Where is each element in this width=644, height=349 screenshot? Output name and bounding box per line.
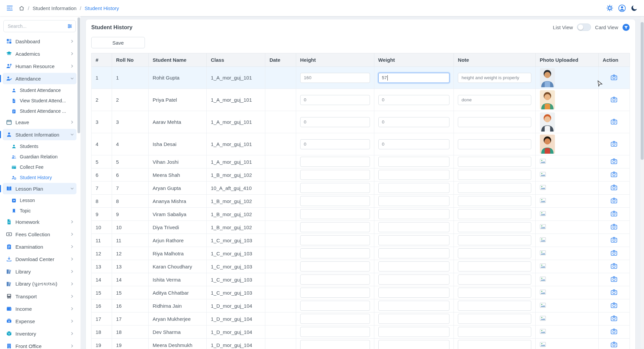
upload-photo-button[interactable] [610, 276, 618, 283]
sidebar-subitem-guardian-relation[interactable]: Guardian Relation [3, 152, 76, 162]
sidebar-toggle-button[interactable] [6, 4, 13, 12]
height-input[interactable] [300, 314, 370, 324]
sidebar-subitem-students[interactable]: Students [3, 141, 76, 151]
weight-input[interactable] [378, 288, 450, 298]
upload-photo-button[interactable] [610, 118, 618, 125]
page-scrollbar-thumb[interactable] [641, 22, 644, 160]
sidebar-item-download-center[interactable]: Download Center [3, 253, 76, 265]
note-input[interactable] [458, 222, 531, 232]
save-button[interactable]: Save [91, 37, 145, 48]
upload-photo-button[interactable] [610, 302, 618, 309]
upload-photo-button[interactable] [610, 171, 618, 178]
breadcrumb-home-link[interactable] [19, 5, 24, 11]
sidebar-item-academics[interactable]: Academics [3, 48, 76, 59]
weight-input[interactable] [378, 235, 450, 245]
height-input[interactable] [300, 196, 370, 206]
upload-photo-button[interactable] [610, 96, 618, 103]
weight-input[interactable] [378, 301, 450, 311]
note-input[interactable] [458, 275, 531, 285]
page-scrollbar[interactable] [641, 17, 644, 348]
upload-photo-button[interactable] [610, 328, 618, 335]
sidebar-scrollbar[interactable] [77, 17, 80, 348]
upload-photo-button[interactable] [610, 249, 618, 256]
note-input[interactable] [458, 73, 531, 83]
height-input[interactable] [300, 222, 370, 232]
weight-input[interactable] [378, 209, 450, 219]
weight-input[interactable] [378, 196, 450, 206]
upload-photo-button[interactable] [610, 197, 618, 204]
upload-photo-button[interactable] [610, 262, 618, 269]
sidebar-subitem-student-history[interactable]: Student History [3, 172, 76, 183]
height-input[interactable] [300, 275, 370, 285]
note-input[interactable] [458, 288, 531, 298]
sidebar-item-homework[interactable]: Homework [3, 216, 76, 228]
sidebar-subitem-collect-fee[interactable]: Collect Fee [3, 162, 76, 172]
height-input[interactable] [300, 301, 370, 311]
breadcrumb-current-page[interactable]: Student History [85, 5, 119, 11]
upload-photo-button[interactable] [610, 236, 618, 243]
sidebar-subitem-student-attendance[interactable]: Student Attendance [3, 85, 76, 95]
weight-input[interactable] [378, 222, 450, 232]
weight-input[interactable] [378, 117, 450, 127]
note-input[interactable] [458, 157, 531, 167]
height-input[interactable] [300, 209, 370, 219]
search-filter-icon[interactable] [67, 23, 73, 31]
height-input[interactable] [300, 139, 370, 149]
weight-input[interactable] [378, 314, 450, 324]
weight-input[interactable] [378, 327, 450, 337]
weight-input[interactable] [378, 157, 450, 167]
search-input[interactable] [3, 20, 76, 32]
sidebar-item-leave[interactable]: Leave [3, 116, 76, 128]
note-input[interactable] [458, 314, 531, 324]
sidebar-item-student-information[interactable]: Student Information [3, 129, 76, 140]
upload-photo-button[interactable] [610, 289, 618, 296]
dark-mode-toggle[interactable] [631, 4, 638, 12]
note-input[interactable] [458, 340, 531, 349]
note-input[interactable] [458, 235, 531, 245]
note-input[interactable] [458, 170, 531, 180]
height-input[interactable] [300, 183, 370, 193]
upload-photo-button[interactable] [610, 184, 618, 191]
upload-photo-button[interactable] [610, 158, 618, 165]
note-input[interactable] [458, 196, 531, 206]
height-input[interactable] [300, 117, 370, 127]
sidebar-item-examination[interactable]: Examination [3, 241, 76, 252]
note-input[interactable] [458, 183, 531, 193]
height-input[interactable] [300, 235, 370, 245]
height-input[interactable] [300, 95, 370, 105]
note-input[interactable] [458, 117, 531, 127]
weight-input[interactable] [378, 170, 450, 180]
height-input[interactable] [300, 73, 370, 83]
weight-input[interactable] [378, 275, 450, 285]
upload-photo-button[interactable] [610, 341, 618, 348]
weight-input[interactable] [378, 95, 450, 105]
note-input[interactable] [458, 301, 531, 311]
sidebar-subitem-view-student-attend[interactable]: View Student Attend... [3, 96, 76, 106]
view-toggle-switch[interactable] [577, 23, 591, 31]
filter-button[interactable] [622, 23, 630, 31]
weight-input[interactable] [378, 340, 450, 349]
sidebar-item-human-resource[interactable]: Human Resource [3, 60, 76, 72]
weight-input[interactable] [378, 183, 450, 193]
note-input[interactable] [458, 248, 531, 258]
sidebar-item-transport[interactable]: Transport [3, 291, 76, 302]
note-input[interactable] [458, 139, 531, 149]
height-input[interactable] [300, 340, 370, 349]
sidebar-item-front-office[interactable]: Front Office [3, 340, 76, 349]
sidebar-subitem-student-attendance[interactable]: Student Attendance ... [3, 106, 76, 116]
height-input[interactable] [300, 170, 370, 180]
upload-photo-button[interactable] [610, 315, 618, 322]
height-input[interactable] [300, 157, 370, 167]
note-input[interactable] [458, 95, 531, 105]
note-input[interactable] [458, 327, 531, 337]
breadcrumb-section-link[interactable]: Student Information [33, 5, 76, 11]
sidebar-item-library[interactable]: Library (પુસ્તકાલય) [3, 278, 76, 290]
upload-photo-button[interactable] [610, 210, 618, 217]
upload-photo-button[interactable] [610, 74, 618, 81]
sidebar-subitem-lesson[interactable]: Lesson [3, 195, 76, 205]
sidebar-item-fees-collection[interactable]: Fees Collection [3, 229, 76, 240]
weight-input[interactable] [378, 248, 450, 258]
height-input[interactable] [300, 248, 370, 258]
sidebar-scrollbar-thumb[interactable] [77, 17, 80, 133]
sidebar-item-library[interactable]: Library [3, 266, 76, 277]
